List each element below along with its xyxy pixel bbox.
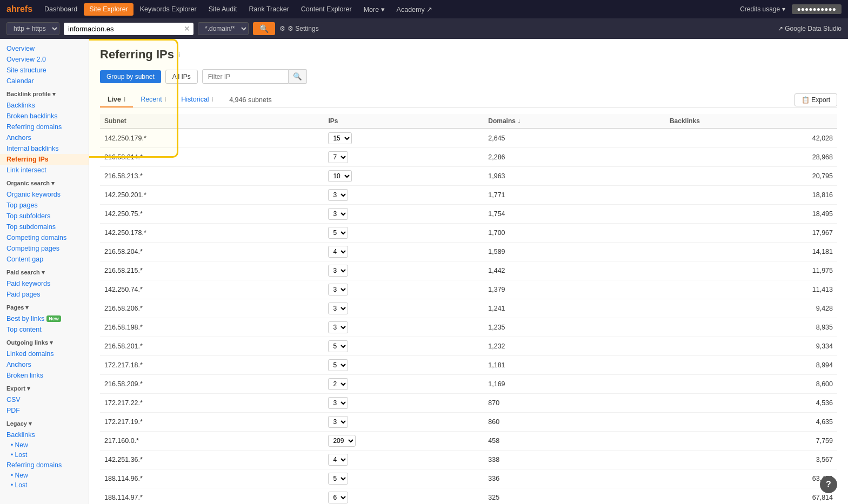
ips-select[interactable]: 15 bbox=[328, 132, 352, 144]
export-button[interactable]: 📋 Export bbox=[794, 93, 837, 106]
sidebar-item-bestbylinks[interactable]: Best by linksNew bbox=[0, 313, 89, 324]
credits-usage[interactable]: Credits usage ▾ bbox=[740, 5, 785, 13]
sidebar-item-topcontent[interactable]: Top content bbox=[0, 324, 89, 335]
sidebar-section[interactable]: Backlink profile ▾ bbox=[0, 86, 89, 100]
sidebar-item-backlinks[interactable]: Backlinks bbox=[0, 100, 89, 111]
ips-cell[interactable]: 7 bbox=[324, 148, 484, 167]
sidebar-bullet[interactable]: • Lost bbox=[0, 480, 89, 490]
sidebar-item-calendar[interactable]: Calendar bbox=[0, 76, 89, 86]
ips-cell[interactable]: 3 bbox=[324, 394, 484, 413]
sidebar-item-toppages[interactable]: Top pages bbox=[0, 200, 89, 211]
group-by-subnet-button[interactable]: Group by subnet bbox=[100, 70, 161, 83]
ips-cell[interactable]: 15 bbox=[324, 129, 484, 148]
sidebar-bullet[interactable]: • New bbox=[0, 440, 89, 450]
nav-item-contentexplorer[interactable]: Content Explorer bbox=[296, 3, 357, 16]
ips-cell[interactable]: 3 bbox=[324, 186, 484, 205]
ips-select[interactable]: 3 bbox=[328, 189, 348, 201]
ips-select[interactable]: 6 bbox=[328, 492, 348, 503]
sidebar-item-anchors[interactable]: Anchors bbox=[0, 132, 89, 143]
help-button[interactable]: ? bbox=[820, 476, 837, 493]
ips-cell[interactable]: 3 bbox=[324, 205, 484, 224]
sidebar-section[interactable]: Legacy ▾ bbox=[0, 416, 89, 429]
nav-item-keywordsexplorer[interactable]: Keywords Explorer bbox=[135, 3, 202, 16]
ips-cell[interactable]: 6 bbox=[324, 488, 484, 505]
ips-select[interactable]: 3 bbox=[328, 284, 348, 295]
ips-cell[interactable]: 4 bbox=[324, 451, 484, 469]
clear-button[interactable]: ✕ bbox=[184, 24, 190, 33]
settings-button[interactable]: ⚙ ⚙ Settings bbox=[279, 25, 319, 32]
sidebar-section[interactable]: Paid search ▾ bbox=[0, 265, 89, 278]
sidebar-item-anchors[interactable]: Anchors bbox=[0, 359, 89, 370]
tab-historical[interactable]: Historical i bbox=[173, 92, 221, 107]
sidebar-item-overview[interactable]: Overview bbox=[0, 43, 89, 54]
sidebar-item-paidkeywords[interactable]: Paid keywords bbox=[0, 278, 89, 289]
ips-cell[interactable]: 3 bbox=[324, 261, 484, 280]
ips-cell[interactable]: 10 bbox=[324, 167, 484, 186]
sidebar-item-csv[interactable]: CSV bbox=[0, 394, 89, 405]
ips-cell[interactable]: 2 bbox=[324, 375, 484, 394]
ips-select[interactable]: 4 bbox=[328, 246, 348, 258]
ips-cell[interactable]: 5 bbox=[324, 337, 484, 356]
search-button[interactable]: 🔍 bbox=[253, 22, 275, 35]
ips-select[interactable]: 5 bbox=[328, 359, 348, 371]
ips-cell[interactable]: 209 bbox=[324, 432, 484, 451]
ips-select[interactable]: 3 bbox=[328, 303, 348, 314]
sidebar-bullet[interactable]: • Lost bbox=[0, 450, 89, 460]
sidebar-item-brokenlinks[interactable]: Broken links bbox=[0, 370, 89, 381]
sidebar-item-brokenbacklinks[interactable]: Broken backlinks bbox=[0, 111, 89, 122]
sidebar-item-backlinks[interactable]: Backlinks bbox=[0, 429, 89, 440]
google-data-studio-button[interactable]: ↗ Google Data Studio bbox=[778, 25, 842, 32]
ips-select[interactable]: 4 bbox=[328, 454, 348, 466]
ips-select[interactable]: 10 bbox=[328, 170, 352, 182]
nav-item-dashboard[interactable]: Dashboard bbox=[39, 3, 83, 16]
nav-item-academy[interactable]: Academy ↗ bbox=[391, 3, 438, 16]
column-header-domains[interactable]: Domains ↓ bbox=[484, 114, 665, 129]
sidebar-item-topsubfolders[interactable]: Top subfolders bbox=[0, 211, 89, 221]
ips-cell[interactable]: 3 bbox=[324, 318, 484, 337]
title-info-icon[interactable]: i bbox=[178, 51, 180, 59]
tab-live[interactable]: Live i bbox=[100, 92, 133, 107]
ips-select[interactable]: 3 bbox=[328, 416, 348, 428]
ips-cell[interactable]: 3 bbox=[324, 413, 484, 432]
sidebar-bullet[interactable]: • New bbox=[0, 471, 89, 480]
nav-item-siteexplorer[interactable]: Site Explorer bbox=[84, 3, 133, 16]
sidebar-item-overview[interactable]: Overview 2.0 bbox=[0, 54, 89, 65]
sidebar-item-pdf[interactable]: PDF bbox=[0, 405, 89, 416]
ips-select[interactable]: 3 bbox=[328, 208, 348, 220]
sidebar-item-linkeddomains[interactable]: Linked domains bbox=[0, 348, 89, 359]
ips-select[interactable]: 3 bbox=[328, 397, 348, 409]
ips-cell[interactable]: 5 bbox=[324, 224, 484, 243]
ips-select[interactable]: 5 bbox=[328, 340, 348, 352]
sidebar-item-competingdomains[interactable]: Competing domains bbox=[0, 232, 89, 243]
sidebar-item-sitestructure[interactable]: Site structure bbox=[0, 65, 89, 76]
scope-select[interactable]: *.domain/* bbox=[198, 22, 249, 35]
sidebar-item-referringdomains[interactable]: Referring domains bbox=[0, 122, 89, 132]
ips-cell[interactable]: 3 bbox=[324, 299, 484, 318]
filter-search-button[interactable]: 🔍 bbox=[289, 69, 307, 84]
nav-item-ranktracker[interactable]: Rank Tracker bbox=[243, 3, 294, 16]
ips-cell[interactable]: 5 bbox=[324, 469, 484, 488]
sidebar-item-competingpages[interactable]: Competing pages bbox=[0, 243, 89, 254]
ips-select[interactable]: 2 bbox=[328, 378, 348, 390]
nav-item-more[interactable]: More ▾ bbox=[358, 3, 390, 16]
ips-select[interactable]: 5 bbox=[328, 473, 348, 485]
ips-cell[interactable]: 4 bbox=[324, 243, 484, 261]
sidebar-section[interactable]: Export ▾ bbox=[0, 381, 89, 394]
sidebar-item-linkintersect[interactable]: Link intersect bbox=[0, 165, 89, 176]
sidebar-section[interactable]: Outgoing links ▾ bbox=[0, 335, 89, 348]
protocol-select[interactable]: http + https bbox=[6, 22, 59, 35]
sidebar-section[interactable]: Organic search ▾ bbox=[0, 176, 89, 189]
ips-cell[interactable]: 3 bbox=[324, 280, 484, 299]
ips-select[interactable]: 209 bbox=[328, 435, 356, 447]
filter-ip-input[interactable] bbox=[202, 69, 289, 84]
ips-select[interactable]: 5 bbox=[328, 227, 348, 239]
sidebar-item-referringdomains[interactable]: Referring domains bbox=[0, 460, 89, 471]
sidebar-item-contentgap[interactable]: Content gap bbox=[0, 254, 89, 265]
ips-select[interactable]: 7 bbox=[328, 151, 348, 163]
sidebar-item-internalbacklinks[interactable]: Internal backlinks bbox=[0, 143, 89, 154]
sidebar-section[interactable]: Pages ▾ bbox=[0, 300, 89, 313]
tab-recent[interactable]: Recent i bbox=[133, 92, 173, 107]
ips-select[interactable]: 3 bbox=[328, 321, 348, 333]
domain-input[interactable] bbox=[64, 23, 193, 35]
sidebar-item-paidpages[interactable]: Paid pages bbox=[0, 289, 89, 300]
